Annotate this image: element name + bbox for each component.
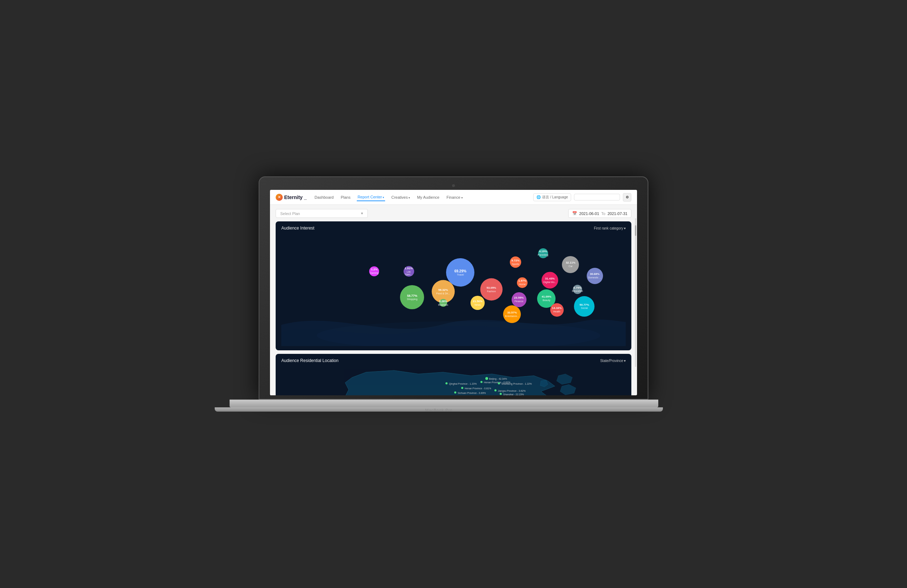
- bubble-finance_cat: 23.55%Finance: [511, 292, 527, 307]
- scrollbar[interactable]: [635, 218, 636, 367]
- bubble-home: 1.97%Home: [517, 277, 527, 288]
- first-rank-filter[interactable]: First rank category ▾: [594, 226, 626, 230]
- content-area: Select Plan ▾ 📅 2021-06-01 To 2021-07-31: [270, 205, 637, 395]
- bubble-social: 50.77%Social: [574, 296, 595, 317]
- nav-report-center[interactable]: Report Center: [357, 194, 385, 201]
- bubble-pct-parenting: 4.19%: [539, 250, 547, 253]
- bubble-sports: 9.72%Sports: [510, 256, 521, 268]
- svg-point-5: [445, 382, 447, 385]
- bubble-pct-car: 32.11%: [566, 261, 575, 264]
- bubble-travel: 69.29%Travel: [446, 258, 474, 287]
- bubble-chart-area: 69.29%Travel58.77%Shopping56.32%Food & D…: [281, 233, 626, 346]
- svg-text:Shanghai - 22.23%: Shanghai - 22.23%: [503, 393, 524, 395]
- scrollbar-thumb[interactable]: [635, 225, 636, 236]
- state-province-filter[interactable]: State/Province ▾: [600, 359, 626, 363]
- svg-point-3: [481, 381, 482, 383]
- svg-text:Sichuan Province - 0.89%: Sichuan Province - 0.89%: [458, 392, 486, 394]
- bubble-label-education: Education: [572, 290, 583, 292]
- map-svg: Beijing - 42.34% Henan Province - 0.62% …: [276, 365, 631, 395]
- nav-links: Dashboard Plans Report Center Creatives …: [314, 194, 526, 201]
- bubble-label-news: News: [474, 304, 481, 306]
- nav-creatives[interactable]: Creatives: [391, 194, 411, 201]
- filter-row: Select Plan ▾ 📅 2021-06-01 To 2021-07-31: [276, 209, 631, 218]
- svg-text:Shandong Province - 1.22%: Shandong Province - 1.22%: [502, 383, 532, 385]
- bubble-pct-life: 1.91%: [405, 267, 413, 270]
- filter-arrow-icon: ▾: [624, 226, 626, 230]
- nav-finance[interactable]: Finance: [446, 194, 463, 201]
- bubble-label-travel: Travel: [457, 274, 464, 276]
- bubble-label-parenting: Parenting: [538, 254, 548, 256]
- bubble-pct-education: 0.75%: [574, 287, 582, 290]
- nav-dashboard[interactable]: Dashboard: [314, 194, 335, 201]
- date-range: 📅 2021-06-01 To 2021-07-31: [568, 209, 631, 218]
- calendar-icon: 📅: [572, 211, 577, 216]
- globe-icon: 🌐: [537, 195, 541, 199]
- svg-text:Henan Province - 0.81%: Henan Province - 0.81%: [465, 387, 491, 389]
- laptop-wrapper: ✕ Eternity _ Dashboard Plans Report Cent…: [259, 176, 648, 412]
- bubble-pct-gaming: 1.2%: [371, 268, 377, 271]
- bubble-pct-digital: 31.43%: [545, 277, 555, 280]
- bubble-pct-sports: 9.72%: [511, 259, 520, 263]
- bubble-label-home: Home: [519, 283, 526, 285]
- chart-header: Audience Interest First rank category ▾: [281, 226, 626, 231]
- app: ✕ Eternity _ Dashboard Plans Report Cent…: [270, 190, 637, 395]
- date-from[interactable]: 2021-06-01: [579, 211, 599, 216]
- macbook-label: MacBook Pro: [215, 408, 663, 412]
- nav-right: 🌐 语言 / Language ⚙: [533, 193, 631, 202]
- bubble-label-health: Health: [553, 310, 560, 313]
- nav-audience[interactable]: My Audience: [416, 194, 440, 201]
- bubble-label-shopping: Shopping: [407, 298, 418, 300]
- svg-text:Beijing - 42.34%: Beijing - 42.34%: [489, 378, 507, 380]
- map-header: Audience Residential Location State/Prov…: [281, 358, 626, 363]
- bubble-pct-food: 56.32%: [438, 289, 448, 292]
- bubble-label-life: Life Spec...: [404, 271, 414, 276]
- logo-text: Eternity _: [284, 194, 307, 200]
- audience-interest-panel: Audience Interest First rank category ▾: [276, 221, 631, 350]
- bubble-education: 0.75%Education: [573, 285, 582, 294]
- map-filter-arrow-icon: ▾: [624, 359, 626, 363]
- laptop-bottom: MacBook Pro: [215, 407, 663, 412]
- svg-point-13: [500, 393, 502, 395]
- bubble-pct-social: 50.77%: [580, 304, 589, 307]
- bubble-label-digital: Digital Mo...: [543, 281, 557, 284]
- bubble-label-beauty: Beauty: [543, 299, 551, 301]
- bubble-entertainment: 33.57%Entertainm...: [503, 305, 521, 323]
- bubble-parenting: 4.19%Parenting: [538, 248, 548, 258]
- screen-bezel: ✕ Eternity _ Dashboard Plans Report Cent…: [259, 176, 648, 399]
- bubble-life: 1.91%Life Spec...: [404, 266, 414, 277]
- bubble-pct-fashion: 53.05%: [486, 287, 496, 290]
- search-button[interactable]: ⚙: [623, 193, 631, 202]
- nav-plans[interactable]: Plans: [340, 194, 351, 201]
- bubble-pct-finance_cat: 23.55%: [514, 296, 524, 300]
- bubble-label-food: Food & Dri...: [436, 292, 450, 295]
- plan-select-placeholder: Select Plan: [280, 211, 300, 216]
- date-to[interactable]: 2021-07-31: [607, 211, 627, 216]
- bubble-shopping: 58.77%Shopping: [400, 285, 424, 309]
- bubble-health: 14.16%Health: [550, 303, 564, 317]
- bubble-pct-domestic: 30.68%: [590, 273, 599, 276]
- logo: ✕ Eternity _: [276, 194, 307, 201]
- screen: ✕ Eternity _ Dashboard Plans Report Cent…: [270, 190, 637, 395]
- svg-point-1: [486, 377, 488, 380]
- bubble-label-entertainment: Entertainm...: [505, 315, 519, 317]
- bubble-pct-news: 21.56%: [473, 300, 482, 303]
- navbar: ✕ Eternity _ Dashboard Plans Report Cent…: [270, 190, 637, 205]
- bubble-container: 69.29%Travel58.77%Shopping56.32%Food & D…: [281, 233, 626, 346]
- svg-point-15: [454, 391, 456, 394]
- language-button[interactable]: 🌐 语言 / Language: [533, 194, 571, 201]
- plan-select[interactable]: Select Plan ▾: [276, 209, 368, 218]
- search-icon: ⚙: [626, 195, 629, 199]
- audience-interest-title: Audience Interest: [281, 226, 314, 231]
- bubble-label-car: Car: [569, 265, 572, 268]
- bubble-pct-beauty: 41.09%: [542, 295, 551, 299]
- bubble-pct-travel: 69.29%: [454, 269, 466, 273]
- search-input[interactable]: [574, 194, 620, 200]
- plan-select-arrow: ▾: [361, 211, 363, 216]
- bubble-pct-shopping: 58.77%: [407, 294, 417, 298]
- bubble-pct-business: 0.28%: [439, 300, 447, 303]
- map-area: Beijing - 42.34% Henan Province - 0.62% …: [276, 365, 631, 395]
- bubble-label-sports: Sports: [512, 263, 519, 265]
- camera: [452, 184, 455, 187]
- svg-point-11: [494, 389, 496, 391]
- bubble-label-social: Social: [581, 307, 588, 309]
